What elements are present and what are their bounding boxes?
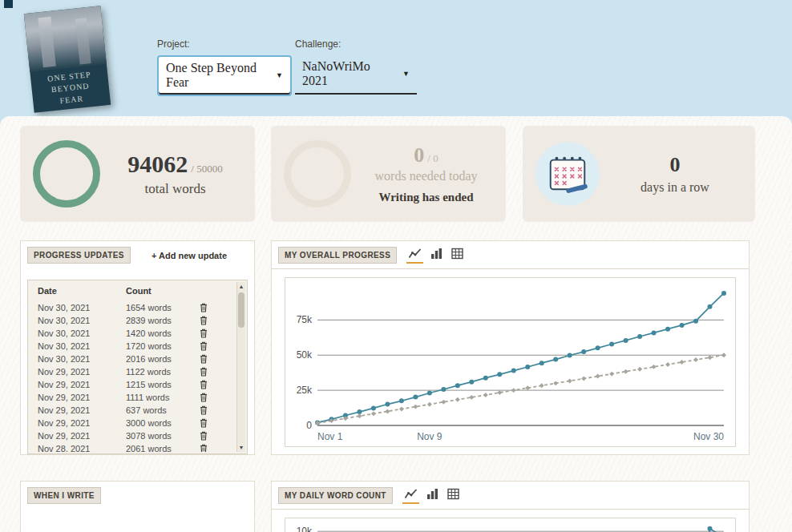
line-chart-icon[interactable] xyxy=(402,487,419,504)
scrollbar-thumb[interactable] xyxy=(238,292,244,328)
challenge-select-value: NaNoWriMo 2021 xyxy=(302,59,393,88)
update-row: Nov 29, 20211111 words xyxy=(28,391,236,404)
update-row: Nov 29, 20211215 words xyxy=(28,378,236,391)
update-date: Nov 29, 2021 xyxy=(38,367,126,377)
svg-text:10k: 10k xyxy=(297,526,313,532)
update-row: Nov 29, 20211122 words xyxy=(28,365,236,378)
add-update-button[interactable]: + Add new update xyxy=(152,251,227,260)
total-words-label: total words xyxy=(108,181,242,197)
update-row: Nov 30, 20212016 words xyxy=(28,353,236,365)
update-count: 3078 words xyxy=(126,431,200,441)
trash-icon[interactable] xyxy=(200,418,208,428)
total-words-goal: / 50000 xyxy=(191,163,222,175)
nav-corner-fragment xyxy=(4,0,13,8)
trash-icon[interactable] xyxy=(200,367,208,377)
daily-word-count-tab: MY DAILY WORD COUNT xyxy=(278,487,393,504)
date-column-header: Date xyxy=(38,286,126,296)
table-icon[interactable] xyxy=(446,487,461,504)
overall-progress-tab: MY OVERALL PROGRESS xyxy=(278,247,397,264)
project-select[interactable]: One Step Beyond Fear ▼ xyxy=(157,55,292,96)
trash-icon[interactable] xyxy=(200,328,208,338)
calendar-icon xyxy=(535,142,600,206)
challenge-label: Challenge: xyxy=(295,38,417,50)
challenge-select[interactable]: NaNoWriMo 2021 ▼ xyxy=(295,55,417,95)
dashboard-main: 94062 / 50000 total words 0 / 0 words ne… xyxy=(0,116,792,532)
update-count: 1420 words xyxy=(126,328,200,338)
line-chart-icon[interactable] xyxy=(406,247,423,264)
progress-ring-needed xyxy=(284,140,351,208)
bar-chart-icon[interactable] xyxy=(425,487,440,504)
svg-text:50k: 50k xyxy=(297,349,313,361)
chart-toolbar xyxy=(402,487,461,504)
svg-text:Nov 9: Nov 9 xyxy=(417,431,442,442)
update-row: Nov 30, 20212839 words xyxy=(28,314,236,327)
progress-ring-total xyxy=(33,140,100,208)
words-needed-label: words needed today xyxy=(359,169,493,183)
svg-text:Nov 1: Nov 1 xyxy=(317,431,343,442)
update-date: Nov 29, 2021 xyxy=(38,431,126,441)
update-row: Nov 28, 20212061 words xyxy=(28,442,236,452)
count-column-header: Count xyxy=(126,286,200,296)
overall-progress-panel: MY OVERALL PROGRESS 025k50k75kNov 1Nov 9… xyxy=(271,240,750,455)
trash-icon[interactable] xyxy=(200,393,208,402)
update-count: 2016 words xyxy=(126,354,200,364)
progress-updates-tab: PROGRESS UPDATES xyxy=(27,247,131,264)
project-select-value: One Step Beyond Fear xyxy=(166,61,266,90)
trash-icon[interactable] xyxy=(200,444,208,452)
update-date: Nov 30, 2021 xyxy=(38,316,126,325)
update-count: 1111 words xyxy=(126,393,200,402)
trash-icon[interactable] xyxy=(200,316,208,325)
project-cover[interactable]: ONE STEP BEYOND FEAR xyxy=(24,6,111,112)
table-scrollbar[interactable]: ▲ ▼ xyxy=(236,282,245,452)
streak-value: 0 xyxy=(670,153,681,176)
total-words-card: 94062 / 50000 total words xyxy=(20,126,255,222)
daily-word-count-chart: 02.5k5k7.5k10kNov 1Nov 9Nov 30 xyxy=(285,518,736,532)
update-row: Nov 29, 20213078 words xyxy=(28,429,236,442)
update-date: Nov 30, 2021 xyxy=(38,303,126,312)
update-date: Nov 29, 2021 xyxy=(38,418,126,428)
update-row: Nov 29, 2021637 words xyxy=(28,404,236,417)
svg-text:75k: 75k xyxy=(297,314,313,325)
progress-updates-panel: PROGRESS UPDATES + Add new update Date C… xyxy=(20,240,255,455)
table-icon[interactable] xyxy=(450,247,465,264)
update-row: Nov 30, 20211720 words xyxy=(28,340,236,353)
trash-icon[interactable] xyxy=(200,380,208,389)
streak-card: 0 days in a row xyxy=(523,126,755,222)
svg-text:Nov 30: Nov 30 xyxy=(693,431,724,442)
trash-icon[interactable] xyxy=(200,354,208,364)
update-date: Nov 29, 2021 xyxy=(38,380,126,389)
daily-word-count-panel: MY DAILY WORD COUNT 02.5k5k7.5k10kNov 1N… xyxy=(271,481,750,532)
overall-progress-chart: 025k50k75kNov 1Nov 9Nov 30 xyxy=(285,277,736,447)
trash-icon[interactable] xyxy=(200,431,208,441)
total-words-value: 94062 xyxy=(127,151,188,177)
words-needed-card: 0 / 0 words needed today Writing has end… xyxy=(271,126,506,222)
update-row: Nov 29, 20213000 words xyxy=(28,417,236,429)
words-needed-goal: / 0 xyxy=(427,152,438,164)
trash-icon[interactable] xyxy=(200,341,208,351)
update-count: 2061 words xyxy=(126,444,200,452)
bar-chart-icon[interactable] xyxy=(429,247,444,264)
scroll-up-icon[interactable]: ▲ xyxy=(237,282,245,291)
words-needed-value: 0 xyxy=(414,143,424,167)
chevron-down-icon: ▼ xyxy=(276,71,283,79)
trash-icon[interactable] xyxy=(200,303,208,312)
update-date: Nov 29, 2021 xyxy=(38,405,126,415)
progress-table-rows: Nov 30, 20211654 wordsNov 30, 20212839 w… xyxy=(28,301,236,452)
bird-illustration xyxy=(21,510,254,532)
cover-title: ONE STEP BEYOND FEAR xyxy=(30,63,111,112)
scroll-down-icon[interactable]: ▼ xyxy=(237,443,245,452)
update-count: 2839 words xyxy=(126,316,200,325)
update-count: 637 words xyxy=(126,405,200,415)
update-row: Nov 30, 20211420 words xyxy=(28,327,236,340)
update-count: 1654 words xyxy=(126,303,200,312)
update-row: Nov 30, 20211654 words xyxy=(28,301,236,314)
chevron-down-icon: ▼ xyxy=(402,70,410,78)
chart-toolbar xyxy=(406,247,465,264)
update-count: 1720 words xyxy=(126,341,200,351)
trash-icon[interactable] xyxy=(200,405,208,415)
update-date: Nov 29, 2021 xyxy=(38,393,126,402)
cover-art xyxy=(24,6,107,71)
update-count: 3000 words xyxy=(126,418,200,428)
project-label: Project: xyxy=(157,38,292,50)
svg-text:25k: 25k xyxy=(297,385,313,396)
